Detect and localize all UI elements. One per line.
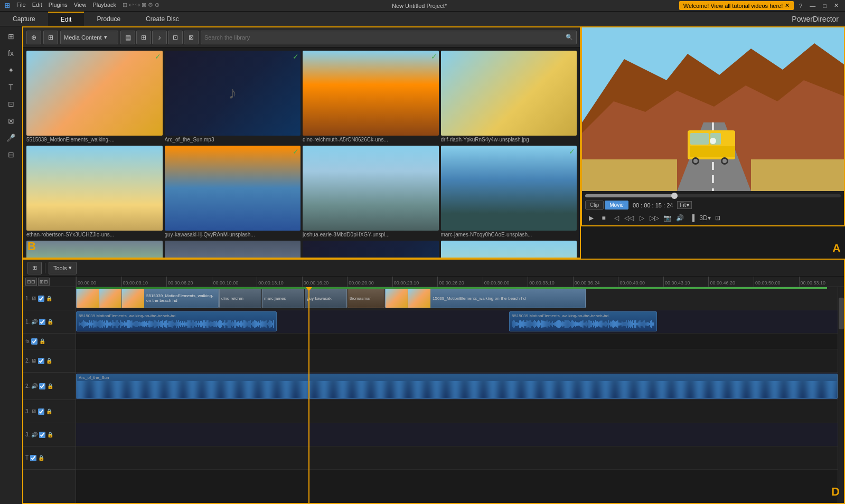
audio-btn[interactable]: 🔊: [674, 213, 686, 223]
snapshot-btn[interactable]: 📷: [661, 213, 673, 223]
svg-rect-17: [79, 322, 80, 326]
track-label-3v: 3. 🖥 🔒: [23, 400, 76, 423]
scrollbar-thumb[interactable]: [839, 298, 844, 329]
view-grid-btn[interactable]: ⊞: [136, 31, 151, 44]
svg-rect-119: [186, 322, 187, 326]
search-box[interactable]: 🔍: [201, 31, 577, 44]
tab-create-disc[interactable]: Create Disc: [133, 12, 192, 26]
track-1v-visible-check[interactable]: [38, 296, 44, 302]
svg-rect-214: [524, 322, 525, 326]
sidebar-btn-transitions[interactable]: ✦: [2, 62, 20, 78]
menu-playback[interactable]: Playback: [92, 2, 116, 9]
svg-rect-59: [123, 323, 124, 326]
sidebar-btn-fx[interactable]: fx: [2, 45, 20, 61]
video-clip-6[interactable]: 15039_MotionElements_walking-on-the-beac…: [385, 288, 586, 308]
media-item-1[interactable]: ♪✓Arc_of_the_Sun.mp3: [165, 51, 301, 144]
zoom-timeline-btn[interactable]: ⊞⊟: [38, 278, 50, 286]
media-item-8[interactable]: london-city-...: [26, 241, 163, 258]
svg-rect-247: [559, 320, 560, 328]
play-btn[interactable]: ▶: [585, 213, 597, 223]
close-btn[interactable]: ✕: [832, 2, 841, 9]
audio-clip-2a[interactable]: Arc_of_the_Sun: [76, 374, 838, 399]
help-btn[interactable]: ?: [797, 3, 804, 9]
import-media-btn[interactable]: ⊕: [26, 31, 41, 44]
menu-view[interactable]: View: [74, 2, 87, 9]
video-clip-3[interactable]: marc james: [262, 288, 304, 308]
prev-frame-btn[interactable]: ◁: [611, 213, 622, 223]
track-3a-visible-check[interactable]: [39, 432, 45, 438]
timeline-scrollbar[interactable]: [838, 287, 844, 503]
svg-rect-310: [626, 320, 627, 328]
tab-capture[interactable]: Capture: [0, 12, 48, 26]
track-2v-visible-check[interactable]: [38, 358, 44, 364]
media-item-4[interactable]: ethan-robertson-SYx3UCHZJlo-uns...: [26, 146, 163, 239]
menu-bar[interactable]: ⊞ File Edit Plugins View Playback ⊞ ↩ ↪ …: [4, 2, 159, 9]
search-input[interactable]: [204, 34, 564, 41]
tools-dropdown[interactable]: Tools▾: [49, 262, 77, 274]
sidebar-btn-media[interactable]: ⊞: [2, 28, 20, 44]
menu-plugins[interactable]: Plugins: [49, 2, 68, 9]
video-clip-1[interactable]: 5515039_MotionElements_walking-on-the-be…: [76, 288, 219, 308]
external-monitor-btn[interactable]: ⊡: [712, 213, 724, 223]
video-clip-2[interactable]: dino-reichm: [219, 288, 261, 308]
view-sort-btn[interactable]: ⊡: [168, 31, 183, 44]
media-item-5[interactable]: ✓guy-kawasaki-iij-QvyRAnM-unsplash...: [165, 146, 301, 239]
view-filter-btn[interactable]: ⊠: [184, 31, 199, 44]
media-item-7[interactable]: ✓marc-james-N7cqy0hCAoE-unsplash...: [441, 146, 577, 239]
sidebar-btn-pip[interactable]: ⊡: [2, 96, 20, 112]
track-1a-visible-check[interactable]: [39, 319, 45, 325]
next-frame-btn[interactable]: ▷: [636, 213, 647, 223]
movie-btn[interactable]: Movie: [605, 201, 628, 210]
media-item-2[interactable]: ✓dino-reichmuth-A5rCN8626Ck-uns...: [303, 51, 439, 144]
maximize-btn[interactable]: □: [821, 3, 829, 9]
next-key-btn[interactable]: ▷▷: [649, 213, 660, 223]
menu-edit[interactable]: Edit: [32, 2, 42, 9]
welcome-banner[interactable]: Welcome! View all tutorial videos here! …: [679, 1, 794, 10]
media-item-11[interactable]: sky-landscape-...: [441, 241, 577, 258]
tab-edit[interactable]: Edit: [48, 12, 84, 26]
plugin-btn[interactable]: ⊞: [43, 31, 58, 44]
svg-rect-5: [582, 159, 677, 191]
audio-clip-1a[interactable]: 5515039.MotionElements_walking-on-the-be…: [76, 311, 277, 331]
video-clip-5[interactable]: thomasmar: [348, 288, 384, 308]
media-item-6[interactable]: joshua-earle-8MbdD0pHXGY-unspl...: [303, 146, 439, 239]
tab-produce[interactable]: Produce: [84, 12, 133, 26]
media-item-3[interactable]: drif-riadh-YpkuRnS4y4w-unsplash.jpg: [441, 51, 577, 144]
timeline-add-track-btn[interactable]: ⊞: [27, 262, 42, 274]
clip-btn[interactable]: Clip: [585, 201, 604, 210]
stop-btn[interactable]: ■: [598, 213, 609, 223]
sidebar-btn-subtitle[interactable]: ⊟: [2, 147, 20, 163]
track-fx-visible-check[interactable]: [31, 338, 37, 345]
3d-btn[interactable]: 3D▾: [699, 213, 711, 223]
track-text-visible-check[interactable]: [30, 455, 36, 461]
menu-file[interactable]: File: [16, 2, 26, 9]
content-type-dropdown[interactable]: Media Content ▾: [60, 31, 118, 44]
sidebar-btn-audio[interactable]: 🎤: [2, 130, 20, 146]
video-clips-row: 5515039_MotionElements_walking-on-the-be…: [76, 288, 838, 308]
media-item-9[interactable]: big-ben-...: [165, 241, 301, 258]
volume-btn[interactable]: ▐: [687, 213, 698, 223]
sidebar-btn-motion[interactable]: ⊠: [2, 113, 20, 129]
track-3v-visible-check[interactable]: [38, 408, 44, 415]
preview-progress-bar[interactable]: [585, 194, 841, 197]
sidebar-btn-titles[interactable]: T: [2, 79, 20, 95]
view-audio-btn[interactable]: ♪: [152, 31, 167, 44]
media-item-0[interactable]: ✓5515039_MotionElements_walking-...: [26, 51, 163, 144]
playhead[interactable]: [308, 287, 309, 503]
media-item-10[interactable]: ♪arc_of_sun_2.mp3: [303, 241, 439, 258]
svg-rect-111: [178, 320, 179, 328]
library-toolbar: ⊕ ⊞ Media Content ▾ ▤ ⊞ ♪ ⊡ ⊠: [23, 27, 580, 47]
svg-rect-145: [214, 321, 215, 327]
minimize-btn[interactable]: —: [808, 3, 818, 9]
svg-rect-156: [226, 323, 227, 325]
window-controls[interactable]: Welcome! View all tutorial videos here! …: [679, 1, 841, 10]
fit-dropdown[interactable]: Fit▾: [677, 201, 692, 209]
prev-key-btn[interactable]: ◁◁: [623, 213, 635, 223]
fit-timeline-btn[interactable]: ⊟⊡: [25, 278, 37, 286]
view-list-btn[interactable]: ▤: [120, 31, 135, 44]
track-2a-visible-check[interactable]: [39, 383, 45, 389]
audio-clip-1a-2[interactable]: 5515039.MotionElements_walking-on-the-be…: [509, 311, 657, 331]
svg-rect-259: [572, 320, 573, 328]
welcome-close-icon[interactable]: ✕: [785, 2, 790, 9]
progress-thumb[interactable]: [671, 193, 678, 199]
